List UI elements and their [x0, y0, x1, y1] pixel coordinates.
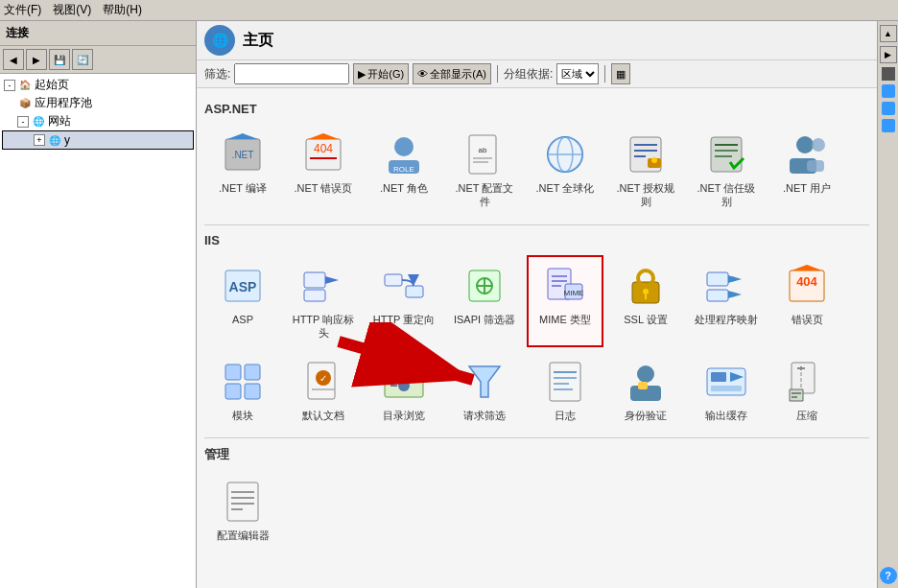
svg-marker-36: [325, 276, 339, 284]
expand-website[interactable]: -: [17, 116, 29, 128]
start-button[interactable]: ▶ 开始(G): [353, 63, 409, 84]
tree-item-site1[interactable]: + 🌐 y: [2, 130, 194, 150]
asp-img: ASP: [220, 263, 266, 309]
icon-mime-types[interactable]: MIME MIME 类型: [527, 255, 603, 348]
startpage-label: 起始页: [35, 77, 69, 93]
icon-net-auth[interactable]: .NET 授权规则: [607, 124, 684, 217]
svg-marker-58: [728, 291, 742, 298]
view-button[interactable]: ▦: [611, 63, 630, 84]
icon-ssl[interactable]: SSL 设置: [607, 255, 684, 348]
icon-config-editor[interactable]: 配置编辑器: [204, 471, 281, 550]
ssl-label: SSL 设置: [624, 313, 667, 326]
icon-output-cache[interactable]: 输出缓存: [688, 351, 765, 430]
icon-default-doc[interactable]: ✓ 默认文档: [285, 351, 362, 430]
expand-startpage[interactable]: -: [4, 80, 15, 91]
icon-net-global[interactable]: .NET 全球化: [527, 124, 603, 217]
forward-button[interactable]: ▶: [26, 49, 47, 70]
menu-help[interactable]: 帮助(H): [103, 2, 142, 18]
site1-icon: 🌐: [47, 132, 62, 148]
net-trust-label: .NET 信任级别: [694, 181, 759, 209]
expand-site1[interactable]: +: [34, 134, 45, 146]
handler-label: 处理程序映射: [695, 313, 758, 326]
svg-rect-63: [245, 365, 260, 380]
save-button[interactable]: 💾: [49, 49, 70, 70]
handler-img: [703, 263, 749, 309]
icon-net-trust[interactable]: .NET 信任级别: [688, 124, 765, 217]
aspnet-icons-grid: .NET .NET 编译 404 .NET 错误页 ROLE: [204, 124, 869, 217]
icon-net-role[interactable]: ROLE .NET 角色: [366, 124, 442, 217]
apppool-label: 应用程序池: [35, 95, 92, 111]
start-icon: ▶: [358, 68, 366, 81]
far-right-indicator-2: [882, 84, 895, 98]
net-config-img: ab: [461, 131, 508, 177]
reqfilter-label: 请求筛选: [463, 409, 506, 422]
divider-1: [204, 224, 869, 225]
help-button[interactable]: ?: [880, 567, 897, 584]
icon-compress[interactable]: 压缩: [768, 351, 845, 430]
icon-net-config[interactable]: ab .NET 配置文件: [446, 124, 523, 217]
icon-request-filter[interactable]: 请求筛选: [446, 351, 523, 430]
svg-rect-82: [638, 382, 648, 389]
svg-text:✓: ✓: [319, 373, 327, 384]
icon-module[interactable]: 模块: [204, 351, 281, 430]
icon-log[interactable]: 日志: [527, 351, 603, 430]
show-all-icon: 👁: [417, 68, 428, 80]
icon-http-response[interactable]: HTTP 响应标头: [285, 255, 362, 348]
errorpage-label: 错误页: [792, 313, 823, 326]
show-all-button[interactable]: 👁 全部显示(A): [413, 63, 491, 84]
net-global-label: .NET 全球化: [536, 181, 595, 195]
svg-rect-32: [807, 160, 824, 172]
net-config-label: .NET 配置文件: [452, 181, 517, 209]
net-user-label: .NET 用户: [783, 181, 831, 195]
defaultdoc-img: ✓: [300, 359, 346, 405]
refresh-button[interactable]: 🔄: [72, 49, 93, 70]
menu-view[interactable]: 视图(V): [53, 2, 91, 18]
group-select[interactable]: 区域: [556, 63, 599, 84]
net-compile-label: .NET 编译: [219, 181, 267, 195]
svg-rect-35: [304, 272, 325, 288]
output-cache-label: 输出缓存: [705, 409, 747, 422]
content-wrapper: ASP.NET .NET .NET 编译 404 .NET 错误页: [204, 102, 869, 551]
net-global-img: [542, 131, 588, 177]
svg-point-31: [812, 138, 825, 152]
configeditor-label: 配置编辑器: [217, 529, 270, 542]
far-right-panel: ▲ ▶ ?: [877, 21, 898, 588]
icon-handler[interactable]: 处理程序映射: [688, 255, 765, 348]
icon-error-page[interactable]: 404 错误页: [768, 255, 845, 348]
reqfilter-img: [461, 359, 508, 405]
errorpage-img: 404: [784, 263, 830, 309]
content-area: ASP.NET .NET .NET 编译 404 .NET 错误页: [197, 88, 877, 588]
icon-asp[interactable]: ASP ASP: [204, 255, 281, 348]
icon-net-error[interactable]: 404 .NET 错误页: [285, 124, 362, 217]
svg-text:404: 404: [314, 142, 333, 155]
sep1: [497, 65, 498, 82]
svg-point-29: [796, 136, 814, 153]
far-right-btn-1[interactable]: ▲: [880, 25, 897, 42]
filter-input[interactable]: [234, 63, 349, 84]
svg-point-8: [394, 137, 414, 156]
svg-marker-74: [469, 366, 500, 397]
tree-item-startpage[interactable]: - 🏠 起始页: [2, 76, 194, 94]
icon-net-user[interactable]: .NET 用户: [768, 124, 845, 217]
left-panel: 连接 ◀ ▶ 💾 🔄 - 🏠 起始页 📦 应用程序池 - 🌐 网站 +: [0, 21, 197, 588]
far-right-btn-2[interactable]: ▶: [880, 46, 897, 63]
icon-identity[interactable]: 身份验证: [607, 351, 684, 430]
tree-item-website[interactable]: - 🌐 网站: [2, 112, 194, 130]
svg-marker-7: [308, 133, 339, 139]
http-redir-img: [381, 263, 427, 309]
iis-icons-grid: ASP ASP HTTP 响应标头 HTTP: [204, 255, 869, 431]
icon-directory[interactable]: 目录浏览: [366, 351, 442, 430]
icon-isapi-filter[interactable]: ISAPI 筛选器: [446, 255, 523, 348]
http-resp-label: HTTP 响应标头: [291, 313, 356, 341]
configeditor-img: [220, 479, 266, 525]
net-auth-img: [623, 131, 669, 177]
icon-net-compile[interactable]: .NET .NET 编译: [204, 124, 281, 217]
icon-http-redirect[interactable]: HTTP 重定向: [366, 255, 442, 348]
back-button[interactable]: ◀: [3, 49, 24, 70]
tree-item-apppool[interactable]: 📦 应用程序池: [2, 94, 194, 112]
svg-rect-84: [711, 372, 726, 382]
directory-img: [381, 359, 427, 405]
menu-file[interactable]: 文件(F): [4, 2, 41, 18]
website-icon: 🌐: [31, 114, 46, 129]
toolbar: 筛选: ▶ 开始(G) 👁 全部显示(A) 分组依据: 区域 ▦: [197, 60, 877, 88]
